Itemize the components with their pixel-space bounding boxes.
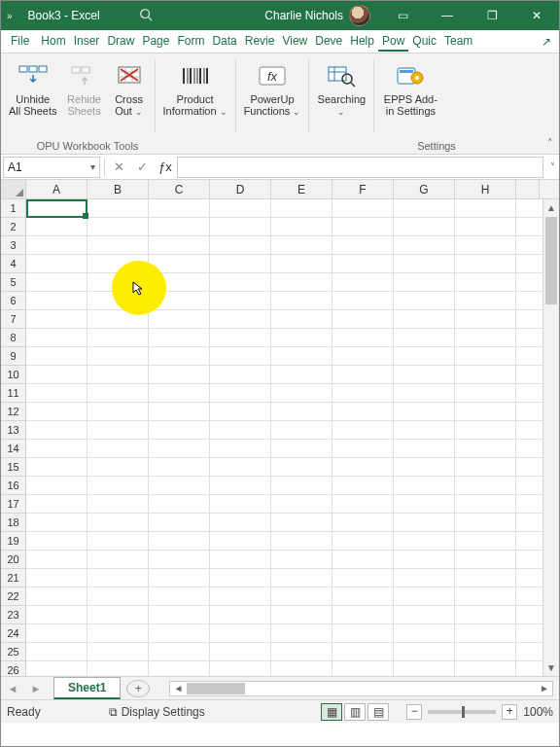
col-header-g[interactable]: G (394, 180, 455, 198)
tab-file[interactable]: File (3, 31, 37, 52)
svg-rect-30 (400, 70, 413, 73)
tab-quick[interactable]: Quic (408, 31, 440, 52)
row-header-19[interactable]: 19 (1, 532, 25, 551)
row-header-4[interactable]: 4 (1, 255, 25, 273)
row-header-26[interactable]: 26 (1, 661, 25, 676)
row-header-8[interactable]: 8 (1, 329, 25, 347)
scroll-thumb[interactable] (545, 217, 557, 304)
col-header-h[interactable]: H (455, 180, 516, 198)
row-header-11[interactable]: 11 (1, 384, 25, 403)
row-header-14[interactable]: 14 (1, 440, 25, 458)
view-page-layout-button[interactable]: ▥ (344, 703, 366, 721)
col-header-c[interactable]: C (149, 180, 210, 198)
svg-line-28 (351, 83, 355, 87)
tab-view[interactable]: View (278, 31, 311, 52)
minimize-button[interactable]: — (425, 1, 470, 30)
cells-area[interactable] (26, 199, 559, 676)
unhide-all-sheets-button[interactable]: UnhideAll Sheets (5, 57, 61, 121)
new-sheet-button[interactable]: + (126, 680, 150, 697)
horizontal-scrollbar[interactable]: ◄ ► (169, 681, 553, 696)
app-name: Excel (71, 9, 99, 22)
restore-button[interactable]: ❐ (470, 1, 514, 30)
formula-input[interactable] (177, 157, 543, 178)
row-header-1[interactable]: 1 (1, 199, 25, 218)
col-header-e[interactable]: E (271, 180, 332, 198)
row-header-13[interactable]: 13 (1, 421, 25, 440)
rehide-sheets-button: RehideSheets (63, 57, 106, 121)
account-button[interactable]: Charlie Nichols (255, 5, 380, 26)
tab-help[interactable]: Help (346, 31, 378, 52)
row-header-12[interactable]: 12 (1, 403, 25, 421)
row-header-22[interactable]: 22 (1, 587, 25, 606)
col-header-b[interactable]: B (88, 180, 149, 198)
row-header-21[interactable]: 21 (1, 569, 25, 587)
title-bar: » Book3 - Excel Charlie Nichols ▭ — ❐ ✕ (1, 1, 559, 30)
tab-team[interactable]: Team (440, 31, 476, 52)
col-header-d[interactable]: D (210, 180, 271, 198)
col-header-a[interactable]: A (26, 180, 88, 198)
tab-draw[interactable]: Draw (103, 31, 138, 52)
tab-data[interactable]: Data (208, 31, 240, 52)
sheet-nav-next[interactable]: ► (24, 683, 48, 694)
row-header-24[interactable]: 24 (1, 624, 25, 643)
zoom-out-button[interactable]: − (406, 704, 422, 720)
row-header-17[interactable]: 17 (1, 495, 25, 514)
sheet-tab-bar: ◄ ► Sheet1 + ◄ ► (1, 676, 559, 699)
tab-home[interactable]: Hom (37, 31, 69, 52)
tab-formulas[interactable]: Form (173, 31, 208, 52)
cancel-formula-button: ✕ (107, 160, 130, 174)
col-header-f[interactable]: F (332, 180, 394, 198)
col-header-partial[interactable] (516, 180, 540, 198)
hscroll-thumb[interactable] (187, 683, 245, 694)
tab-review[interactable]: Revie (241, 31, 279, 52)
row-header-9[interactable]: 9 (1, 347, 25, 366)
row-header-23[interactable]: 23 (1, 606, 25, 624)
insert-function-button[interactable]: ƒx (154, 160, 177, 174)
row-header-25[interactable]: 25 (1, 643, 25, 661)
collapse-ribbon-button[interactable]: ˄ (547, 137, 553, 150)
row-header-16[interactable]: 16 (1, 477, 25, 495)
name-box[interactable]: A1 ▾ (3, 157, 100, 178)
selected-cell[interactable] (26, 199, 88, 218)
ribbon-display-options-button[interactable]: ▭ (380, 1, 425, 30)
epps-addin-settings-button[interactable]: EPPS Add-in Settings (378, 57, 442, 120)
zoom-slider[interactable] (428, 710, 496, 714)
view-page-break-button[interactable]: ▤ (368, 703, 389, 721)
display-settings-button[interactable]: ⧉ Display Settings (109, 705, 205, 719)
row-header-15[interactable]: 15 (1, 458, 25, 477)
row-header-5[interactable]: 5 (1, 273, 25, 292)
row-header-3[interactable]: 3 (1, 236, 25, 255)
scroll-down-button[interactable]: ▼ (543, 659, 559, 676)
zoom-in-button[interactable]: + (502, 704, 517, 720)
tab-page-layout[interactable]: Page (138, 31, 173, 52)
row-header-18[interactable]: 18 (1, 514, 25, 532)
search-icon[interactable] (100, 8, 153, 24)
row-header-2[interactable]: 2 (1, 218, 25, 236)
close-button[interactable]: ✕ (514, 1, 559, 30)
powerup-functions-button[interactable]: fx PowerUpFunctions ⌄ (240, 57, 305, 121)
hscroll-left-button[interactable]: ◄ (170, 683, 186, 694)
sheet-nav-prev[interactable]: ◄ (1, 683, 24, 694)
quick-access-chevron-icon[interactable]: » (7, 11, 13, 21)
vertical-scrollbar[interactable]: ▲ ▼ (542, 199, 559, 676)
scroll-up-button[interactable]: ▲ (543, 199, 559, 216)
view-normal-button[interactable]: ▦ (321, 703, 342, 721)
row-header-20[interactable]: 20 (1, 551, 25, 569)
zoom-value[interactable]: 100% (523, 705, 553, 719)
tab-developer[interactable]: Deve (311, 31, 346, 52)
sheet-tab-active[interactable]: Sheet1 (53, 677, 121, 699)
searching-button[interactable]: Searching⌄ (313, 57, 369, 121)
share-button[interactable]: ↗ (536, 35, 557, 49)
product-information-button[interactable]: ProductInformation ⌄ (159, 57, 231, 121)
select-all-button[interactable] (1, 180, 26, 198)
row-header-7[interactable]: 7 (1, 310, 25, 329)
tab-insert[interactable]: Inser (70, 31, 104, 52)
expand-formula-bar-button[interactable]: ˅ (545, 161, 559, 172)
chevron-down-icon[interactable]: ▾ (90, 161, 95, 172)
row-header-6[interactable]: 6 (1, 292, 25, 310)
tab-powerup[interactable]: Pow (378, 31, 408, 52)
cross-out-button[interactable]: CrossOut ⌄ (108, 57, 151, 121)
group-powerup-functions: fx PowerUpFunctions ⌄ (236, 53, 309, 154)
row-header-10[interactable]: 10 (1, 366, 25, 384)
hscroll-right-button[interactable]: ► (537, 683, 552, 694)
